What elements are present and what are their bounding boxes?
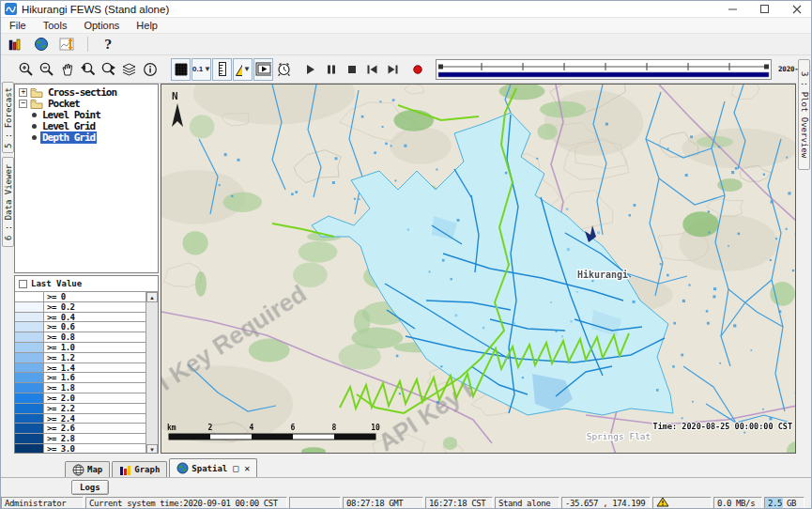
tree-item[interactable]: +Cross-section	[15, 86, 158, 98]
minimize-button[interactable]	[717, 1, 749, 17]
time-slider[interactable]	[436, 59, 772, 80]
legend-color-swatch	[15, 302, 43, 312]
legend-row: >= 0	[15, 292, 146, 302]
legend-color-swatch	[15, 353, 43, 362]
pause-icon[interactable]	[321, 58, 341, 81]
scroll-down-icon[interactable]: ▼	[146, 444, 158, 454]
menu-item-file[interactable]: File	[1, 18, 35, 33]
status-cell-text: 2.5 GB	[768, 499, 796, 508]
legend-row: >= 2.0	[15, 393, 146, 404]
layers-icon[interactable]	[119, 58, 139, 81]
legend-color-swatch	[15, 343, 43, 352]
menu-item-tools[interactable]: Tools	[35, 18, 76, 33]
menu-bar: FileToolsOptionsHelp	[1, 18, 812, 34]
help-icon[interactable]: ?	[98, 35, 118, 54]
play-icon[interactable]	[300, 58, 320, 81]
legend-row: >= 2.8	[15, 434, 146, 444]
tree-item[interactable]: Depth Grid	[15, 131, 158, 143]
svg-text:4: 4	[250, 424, 254, 432]
status-cell-user: Administrator	[1, 497, 84, 509]
chevron-down-icon: ▼	[204, 66, 211, 73]
spatial-maximize-icon[interactable]: □	[233, 464, 238, 473]
svg-text:6: 6	[291, 424, 296, 432]
pan-hand-icon[interactable]	[57, 58, 77, 81]
sidebar-tab-forecast[interactable]: 5 : Forecast	[2, 82, 14, 153]
close-button[interactable]	[781, 1, 812, 17]
app-logo-icon	[5, 3, 17, 15]
north-label: N	[172, 90, 178, 102]
go-to-start-icon[interactable]	[362, 58, 382, 81]
map-canvas[interactable]: API Key Required API Key Required	[161, 85, 796, 454]
threshold-dropdown[interactable]: 0.1 ▼	[192, 58, 211, 81]
legend-row: >= 0.4	[15, 313, 146, 323]
status-cell-text: 08:27:18 GMT	[346, 499, 403, 508]
status-cell-text: Administrator	[5, 499, 66, 508]
scale-unit: km	[167, 424, 176, 432]
expand-icon[interactable]: +	[19, 88, 27, 97]
legend-color-swatch	[15, 393, 43, 403]
status-cell-text: Current system time:2020-09-01 00:00 CST	[89, 499, 278, 508]
legend-row: >= 2.6	[15, 424, 146, 434]
zoom-out-icon[interactable]	[37, 58, 56, 81]
app-window: Hikurangi FEWS (Stand alone) FileToolsOp…	[0, 0, 812, 509]
legend-scrollbar[interactable]: ▲ ▼	[146, 292, 158, 454]
grid-icon[interactable]	[171, 58, 191, 81]
zoom-previous-icon[interactable]	[78, 58, 98, 81]
legend-row-label: >= 2.8	[43, 434, 146, 443]
record-icon[interactable]	[407, 58, 427, 81]
time-navigator-icon[interactable]	[274, 58, 294, 81]
legend-row-label: >= 1.4	[43, 363, 146, 373]
globe-icon[interactable]	[31, 35, 52, 54]
zoom-in-icon[interactable]	[16, 58, 36, 81]
tree-item[interactable]: −Pocket	[15, 98, 158, 109]
legend-row-label: >= 0	[43, 292, 146, 301]
node-bullet-icon	[32, 135, 37, 140]
tree-item[interactable]: Level Point	[15, 109, 158, 120]
title-bar: Hikurangi FEWS (Stand alone)	[1, 1, 812, 18]
legend-row: >= 0.8	[15, 332, 146, 343]
last-value-checkbox[interactable]	[19, 280, 27, 288]
legend-color-swatch	[15, 363, 43, 373]
tree-item[interactable]: Level Grid	[15, 120, 158, 131]
legend-color-swatch	[15, 414, 43, 424]
tab-map[interactable]: Map	[65, 461, 110, 477]
logs-row: Logs	[1, 478, 812, 496]
spatial-close-icon[interactable]: ✕	[244, 464, 250, 473]
tab-spatial[interactable]: Spatial □ ✕	[169, 458, 257, 477]
time-slider-track	[437, 60, 771, 79]
menu-item-help[interactable]: Help	[128, 18, 166, 33]
svg-text:10: 10	[371, 424, 380, 432]
legend-row-label: >= 0.8	[43, 332, 146, 342]
logs-button[interactable]: Logs	[71, 480, 109, 495]
info-icon[interactable]	[140, 58, 160, 81]
legend-row-label: >= 2.0	[43, 393, 146, 403]
legend-row: >= 2.4	[15, 414, 146, 424]
tab-graph[interactable]: Graph	[112, 461, 167, 477]
warning-icon[interactable]	[656, 497, 669, 509]
timeseries-icon[interactable]	[57, 35, 78, 54]
layer-tree: +Cross-section−PocketLevel PointLevel Gr…	[14, 84, 159, 273]
left-panel: +Cross-section−PocketLevel PointLevel Gr…	[14, 84, 159, 454]
legend-row-label: >= 0.4	[43, 313, 146, 322]
database-icon[interactable]	[5, 35, 25, 54]
toolbar-separator	[87, 37, 88, 52]
right-tab-plot-overview[interactable]: 3 : Plot Overview	[798, 59, 810, 170]
animation-icon[interactable]	[253, 58, 273, 81]
legend-color-swatch	[15, 332, 43, 342]
go-to-end-icon[interactable]	[383, 58, 403, 81]
legend-color-swatch	[15, 373, 43, 382]
legend-row-label: >= 3.0	[43, 444, 146, 454]
maximize-button[interactable]	[749, 1, 781, 17]
collapse-icon[interactable]: −	[19, 100, 27, 108]
zoom-next-icon[interactable]	[99, 58, 118, 81]
chevron-down-icon: ▼	[243, 66, 251, 73]
legend-row-label: >= 2.4	[43, 414, 146, 424]
scroll-up-icon[interactable]: ▲	[146, 292, 158, 302]
status-cell-memory: 2.5 GB	[764, 497, 804, 509]
ruler-icon[interactable]	[212, 58, 232, 81]
warnings-dropdown[interactable]: ▼	[233, 58, 253, 81]
stop-icon[interactable]	[342, 58, 361, 81]
sidebar-tab-data-viewer[interactable]: 6 : Data Viewer	[2, 157, 14, 247]
status-cell-local-time: 16:27:18 CST	[425, 497, 493, 509]
menu-item-options[interactable]: Options	[75, 18, 128, 33]
